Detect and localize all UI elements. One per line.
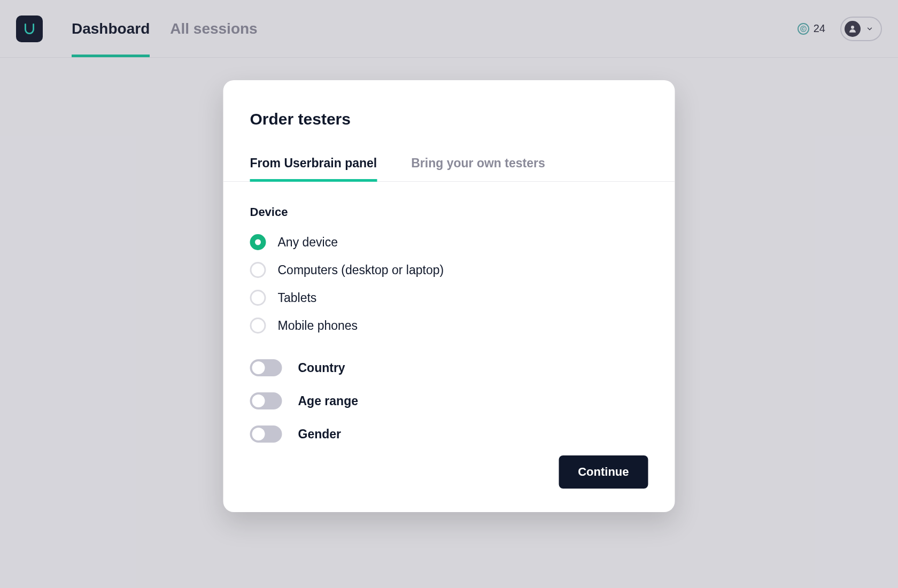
modal-tabs: From Userbrain panel Bring your own test…	[223, 156, 675, 182]
radio-icon	[250, 318, 266, 334]
order-testers-modal: Order testers From Userbrain panel Bring…	[223, 80, 675, 512]
continue-button-label: Continue	[578, 465, 629, 478]
country-toggle-label: Country	[298, 361, 345, 375]
toggle-row-country: Country	[250, 359, 648, 376]
gender-toggle-label: Gender	[298, 427, 342, 442]
device-option-label: Tablets	[278, 291, 317, 305]
toggle-row-gender: Gender	[250, 425, 648, 443]
radio-icon	[250, 262, 266, 278]
age-range-toggle[interactable]	[250, 392, 282, 409]
device-option-tablets[interactable]: Tablets	[250, 290, 648, 306]
tab-from-panel[interactable]: From Userbrain panel	[250, 156, 377, 181]
filter-toggles: Country Age range Gender	[250, 359, 648, 443]
toggle-row-age: Age range	[250, 392, 648, 409]
radio-icon	[250, 234, 266, 250]
device-radio-group: Any device Computers (desktop or laptop)…	[250, 234, 648, 334]
device-section-label: Device	[250, 205, 648, 219]
radio-icon	[250, 290, 266, 306]
country-toggle[interactable]	[250, 359, 282, 376]
tab-bring-your-own[interactable]: Bring your own testers	[411, 156, 545, 181]
device-option-label: Mobile phones	[278, 319, 358, 333]
gender-toggle[interactable]	[250, 425, 282, 443]
device-option-mobile[interactable]: Mobile phones	[250, 318, 648, 334]
tab-byo-label: Bring your own testers	[411, 156, 545, 170]
modal-title: Order testers	[250, 110, 648, 128]
continue-button[interactable]: Continue	[559, 455, 648, 489]
device-option-label: Computers (desktop or laptop)	[278, 263, 444, 277]
device-option-any[interactable]: Any device	[250, 234, 648, 250]
age-range-toggle-label: Age range	[298, 394, 358, 408]
device-option-computers[interactable]: Computers (desktop or laptop)	[250, 262, 648, 278]
tab-from-panel-label: From Userbrain panel	[250, 156, 377, 170]
modal-footer: Continue	[250, 455, 648, 489]
device-option-label: Any device	[278, 235, 338, 250]
